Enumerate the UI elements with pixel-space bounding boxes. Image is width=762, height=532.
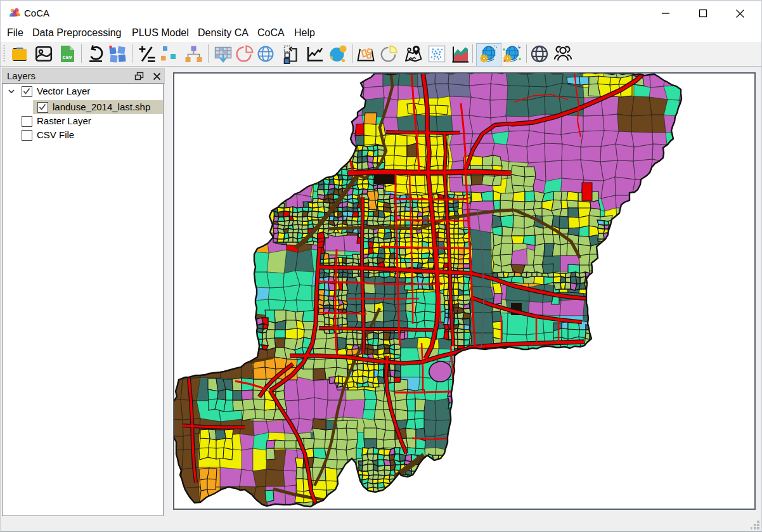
svg-text:csv: csv — [62, 54, 72, 60]
